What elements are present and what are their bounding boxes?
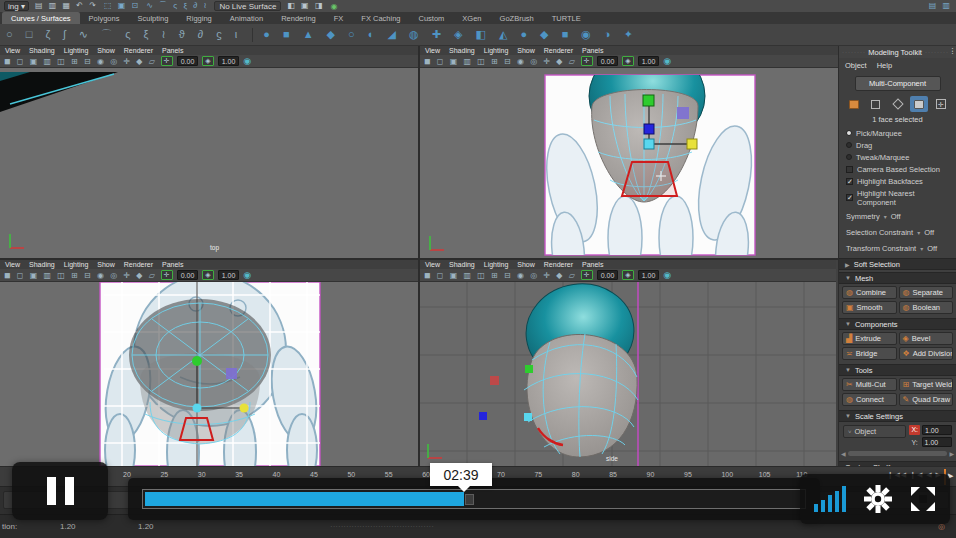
color-management-icon[interactable]: ◉ [243, 56, 251, 66]
gamma-icon[interactable]: ◈ [202, 270, 213, 280]
shelf-tab-fx[interactable]: FX [325, 12, 353, 24]
checkbox-camera-based-selection[interactable]: Camera Based Selection [839, 163, 956, 175]
gamma-icon[interactable]: ◈ [622, 270, 633, 280]
menu-lighting[interactable]: Lighting [64, 47, 89, 55]
menu-lighting[interactable]: Lighting [484, 47, 509, 55]
menu-renderer[interactable]: Renderer [544, 47, 573, 55]
extrude-button[interactable]: ▟Extrude [842, 332, 897, 345]
menu-lighting[interactable]: Lighting [484, 261, 509, 269]
shelf-tab-animation[interactable]: Animation [221, 12, 272, 24]
menu-renderer[interactable]: Renderer [544, 261, 573, 269]
file-icons[interactable]: ▤ ▥ ▦ ↶ ↷ [35, 1, 98, 11]
viewport-front[interactable]: View Shading Lighting Show Renderer Pane… [0, 260, 418, 466]
gamma-field[interactable]: 1.00 [218, 56, 240, 66]
side-view-canvas[interactable] [420, 282, 836, 466]
viewport-top[interactable]: View Shading Lighting Show Renderer Pane… [0, 46, 418, 258]
scale-settings-section-header[interactable]: ▼ Scale Settings [839, 410, 956, 422]
toolkit-menu-object[interactable]: Object [845, 61, 867, 70]
menu-shading[interactable]: Shading [29, 47, 55, 55]
gamma-field[interactable]: 1.00 [218, 270, 240, 280]
scale-object-dropdown[interactable]: ˅ Object [843, 425, 906, 438]
viewport-toolbar-icons[interactable]: ◼ ◻ ▣ ▥ ◫ ⊞ ⊟ ◉ ◎ ✛ ◆ ▱ [4, 57, 157, 66]
radio-tweak-marquee[interactable]: Tweak/Marquee [839, 151, 956, 163]
menu-view[interactable]: View [425, 261, 440, 269]
menu-panels[interactable]: Panels [582, 47, 603, 55]
add-division-button[interactable]: ❖Add Division [899, 347, 954, 360]
range-start-field[interactable]: 1.20 [60, 522, 76, 531]
boolean-button[interactable]: ◍Boolean [899, 301, 954, 314]
exposure-icon[interactable]: ✛ [581, 56, 593, 66]
scroll-left-icon[interactable]: ◀ [841, 450, 846, 457]
menu-panels[interactable]: Panels [582, 261, 603, 269]
scale-y-field[interactable]: 1.00 [922, 437, 952, 447]
viewport-side[interactable]: View Shading Lighting Show Renderer Pane… [420, 260, 836, 466]
sidebar-toggle-icons[interactable]: ▤ ▥ [929, 1, 952, 11]
radio-pick-marquee[interactable]: Pick/Marquee [839, 127, 956, 139]
fullscreen-icon[interactable] [910, 486, 936, 512]
menu-renderer[interactable]: Renderer [124, 47, 153, 55]
connect-button[interactable]: ◍Connect [842, 393, 897, 406]
live-surface-field[interactable]: No Live Surface [214, 1, 281, 11]
viewport-toolbar-icons[interactable]: ◼ ◻ ▣ ▥ ◫ ⊞ ⊟ ◉ ◎ ✛ ◆ ▱ [4, 271, 157, 280]
bevel-button[interactable]: ◈Bevel [899, 332, 954, 345]
gamma-field[interactable]: 1.00 [638, 270, 660, 280]
edge-mode-icon[interactable] [867, 96, 885, 112]
settings-gear-icon[interactable] [864, 485, 892, 513]
menu-view[interactable]: View [5, 261, 20, 269]
multi-component-mode-icon[interactable] [910, 96, 928, 112]
exposure-icon[interactable]: ✛ [161, 270, 173, 280]
viewport-toolbar-icons[interactable]: ◼ ◻ ▣ ▥ ◫ ⊞ ⊟ ◉ ◎ ✛ ◆ ▱ [424, 271, 577, 280]
snap-icons[interactable]: ∿ ⌒ ς ξ ∂ ≀ [146, 1, 208, 11]
color-management-icon[interactable]: ◉ [663, 270, 671, 280]
gamma-field[interactable]: 1.00 [638, 56, 660, 66]
menu-view[interactable]: View [5, 47, 20, 55]
shelf-tab-gozbrush[interactable]: GoZBrush [491, 12, 543, 24]
scale-x-field[interactable]: 1.00 [922, 425, 952, 435]
menu-panels[interactable]: Panels [162, 261, 183, 269]
menu-shading[interactable]: Shading [449, 261, 475, 269]
gamma-icon[interactable]: ◈ [622, 56, 633, 66]
menu-panels[interactable]: Panels [162, 47, 183, 55]
curve-tool-icons[interactable]: ○ □ ζ ʃ ∿ ⌒ ς ξ ≀ ϑ ∂ ϛ ι [6, 27, 242, 42]
multi-cut-button[interactable]: ✂Multi-Cut [842, 378, 897, 391]
polygon-primitive-icons[interactable]: ● ■ ▲ ◆ ○ ◐ ◢ ◍ ✚ ◈ ◧ ◭ ● ◆ ■ ◉ ◑ ✦ [263, 28, 638, 41]
exposure-field[interactable]: 0.00 [177, 56, 199, 66]
smooth-button[interactable]: ▣Smooth [842, 301, 897, 314]
shelf-tab-xgen[interactable]: XGen [453, 12, 490, 24]
viewport-toolbar-icons[interactable]: ◼ ◻ ▣ ▥ ◫ ⊞ ⊟ ◉ ◎ ✛ ◆ ▱ [424, 57, 577, 66]
shelf-tab-fx-caching[interactable]: FX Caching [352, 12, 409, 24]
menu-show[interactable]: Show [97, 261, 115, 269]
volume-icon[interactable] [814, 486, 846, 512]
menu-show[interactable]: Show [517, 261, 535, 269]
shelf-tab-rigging[interactable]: Rigging [177, 12, 220, 24]
exposure-field[interactable]: 0.00 [597, 56, 619, 66]
pause-button[interactable] [12, 462, 108, 520]
quad-draw-button[interactable]: ✎Quad Draw [899, 393, 954, 406]
video-progress-track[interactable] [142, 489, 806, 509]
color-management-icon[interactable]: ◉ [663, 56, 671, 66]
shelf-tab-polygons[interactable]: Polygons [80, 12, 129, 24]
toolkit-menu-help[interactable]: Help [877, 61, 892, 70]
top-view-canvas[interactable] [0, 68, 418, 258]
toolkit-menu-icon[interactable]: ⫶ [951, 47, 953, 57]
selection-mask-icons[interactable]: ⬚ ▣ ⊡ [104, 1, 140, 11]
exposure-field[interactable]: 0.00 [177, 270, 199, 280]
checkbox-highlight-backfaces[interactable]: ✓ Highlight Backfaces [839, 175, 956, 187]
history-icons[interactable]: ◧ ▣ ◨ [287, 1, 324, 11]
menu-lighting[interactable]: Lighting [64, 261, 89, 269]
toolkit-horizontal-scrollbar[interactable]: ◀ ▶ [839, 448, 956, 459]
gamma-icon[interactable]: ◈ [202, 56, 213, 66]
shelf-tab-turtle[interactable]: TURTLE [543, 12, 590, 24]
menu-renderer[interactable]: Renderer [124, 261, 153, 269]
combine-button[interactable]: ◍Combine [842, 286, 897, 299]
selection-constraint-dropdown[interactable]: Selection Constraint ▾ Off [839, 224, 956, 240]
menu-view[interactable]: View [425, 47, 440, 55]
face-mode-icon[interactable] [889, 96, 907, 112]
mesh-section-header[interactable]: ▼ Mesh [839, 272, 956, 284]
shelf-tab-rendering[interactable]: Rendering [272, 12, 325, 24]
viewport-divider-horizontal[interactable] [0, 258, 838, 260]
checkbox-highlight-nearest-component[interactable]: ✓ Highlight Nearest Component [839, 187, 956, 208]
range-end-field[interactable]: 1.20 [138, 522, 154, 531]
viewport-divider-vertical[interactable] [418, 46, 420, 466]
menu-shading[interactable]: Shading [449, 47, 475, 55]
